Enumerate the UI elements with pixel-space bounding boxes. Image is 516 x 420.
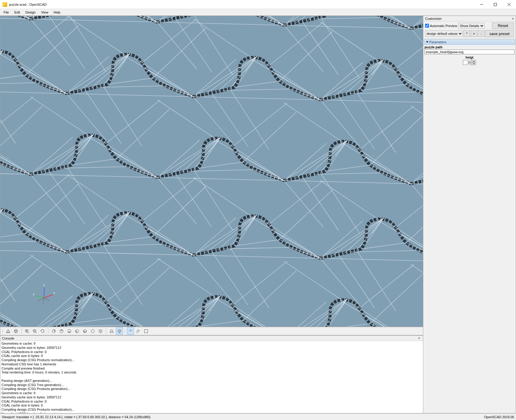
customizer-title: Customizer — [425, 17, 442, 20]
svg-text:10: 10 — [136, 331, 138, 333]
axes-indicator: x y z — [33, 282, 60, 309]
close-button[interactable] — [502, 0, 516, 9]
viewport-3d[interactable]: x y z — [0, 16, 423, 327]
menu-design[interactable]: Design — [23, 10, 38, 15]
status-bar: Viewport: translate = [ -25.81 22.13 4.1… — [0, 413, 516, 420]
view-top-button[interactable] — [58, 328, 65, 335]
param-height-label: heigt — [466, 56, 473, 59]
orthogonal-button[interactable] — [116, 328, 123, 335]
reset-button[interactable]: Reset — [492, 23, 514, 29]
maximize-button[interactable] — [488, 0, 502, 9]
spinner-up-icon[interactable]: ▲ — [472, 60, 476, 62]
view-bottom-button[interactable] — [66, 328, 73, 335]
perspective-button[interactable] — [108, 328, 115, 335]
preset-add-button[interactable]: + — [471, 30, 477, 37]
workspace: x y z ⁞ — [0, 16, 516, 413]
triangle-down-icon — [426, 41, 428, 43]
auto-preview-checkbox[interactable] — [425, 24, 429, 28]
console-output[interactable]: Geometries in cache: 9 Geometry cache si… — [0, 341, 423, 413]
svg-line-27 — [44, 298, 49, 301]
preset-remove-button[interactable]: - — [478, 30, 484, 37]
show-scale-button[interactable]: 10 — [135, 328, 142, 335]
save-preset-button[interactable]: save preset — [485, 30, 514, 37]
auto-preview-checkbox-label[interactable]: Automatic Preview — [425, 24, 457, 28]
window-title: puzzle.scad - OpenSCAD — [9, 3, 46, 6]
svg-line-23 — [44, 295, 53, 298]
status-right: OpenSCAD 2019.05 — [484, 415, 514, 419]
menu-edit[interactable]: Edit — [12, 10, 22, 15]
viewport-toolbar: ⁞ 10 — [0, 327, 423, 335]
menu-file[interactable]: File — [1, 10, 11, 15]
view-front-button[interactable] — [81, 328, 88, 335]
view-right-button[interactable] — [50, 328, 57, 335]
console-header: Console × — [0, 336, 423, 341]
console-panel: Console × Geometries in cache: 9 Geometr… — [0, 335, 423, 413]
menu-view[interactable]: View — [39, 10, 51, 15]
preset-star-button[interactable]: * — [464, 30, 470, 37]
console-title: Console — [2, 337, 14, 340]
show-edges-button[interactable] — [142, 328, 150, 335]
auto-preview-text: Automatic Preview — [430, 24, 457, 28]
zoom-in-button[interactable] — [23, 328, 31, 335]
parameters-section: Parameters puzzle path heigt ▲ ▼ — [423, 39, 516, 66]
param-height-input[interactable] — [463, 60, 472, 65]
param-height-spinner[interactable]: ▲ ▼ — [472, 60, 476, 65]
customizer-top-row: Automatic Preview Show Details Reset — [423, 21, 516, 30]
menu-bar: File Edit Design View Help — [0, 9, 516, 16]
customizer-header: Customizer × — [423, 16, 516, 21]
param-puzzle-path-input[interactable] — [424, 50, 514, 54]
view-back-button[interactable] — [89, 328, 96, 335]
main-column: x y z ⁞ — [0, 16, 423, 413]
svg-rect-0 — [494, 3, 497, 6]
svg-line-24 — [35, 296, 44, 298]
axis-y-label: y — [33, 292, 34, 296]
param-height: heigt ▲ ▼ — [423, 56, 516, 66]
wireframe-render — [0, 16, 423, 327]
reset-view-button[interactable] — [39, 328, 46, 335]
axis-z-label: z — [43, 283, 45, 287]
app-icon — [2, 2, 7, 7]
axis-x-label: x — [53, 291, 55, 295]
detail-select[interactable]: Show Details — [458, 23, 484, 29]
preview-button[interactable] — [4, 328, 12, 335]
status-left: Viewport: translate = [ -25.81 22.13 4.1… — [2, 415, 150, 419]
render-button[interactable] — [12, 328, 20, 335]
window-controls — [475, 0, 516, 9]
svg-line-28 — [44, 298, 44, 305]
show-axes-button[interactable] — [127, 328, 134, 335]
parameters-header-label: Parameters — [429, 40, 446, 44]
customizer-close-icon[interactable]: × — [512, 17, 514, 20]
param-puzzle-path: puzzle path — [423, 45, 516, 56]
svg-rect-32 — [145, 330, 148, 333]
param-puzzle-path-label: puzzle path — [424, 45, 514, 49]
parameters-header[interactable]: Parameters — [424, 39, 515, 45]
spinner-down-icon[interactable]: ▼ — [472, 62, 476, 65]
menu-help[interactable]: Help — [51, 10, 63, 15]
minimize-button[interactable] — [475, 0, 488, 9]
view-left-button[interactable] — [74, 328, 81, 335]
zoom-out-button[interactable] — [31, 328, 38, 335]
console-close-icon[interactable]: × — [417, 336, 421, 340]
preset-select[interactable]: design default values — [425, 31, 463, 37]
customizer-preset-row: design default values * + - save preset — [423, 30, 516, 39]
view-diag-button[interactable] — [97, 328, 104, 335]
customizer-panel: Customizer × Automatic Preview Show Deta… — [423, 16, 516, 413]
title-bar: puzzle.scad - OpenSCAD — [0, 0, 516, 9]
svg-line-26 — [38, 298, 44, 301]
svg-line-25 — [44, 288, 44, 298]
toolbar-grip-icon: ⁞ — [2, 329, 4, 333]
